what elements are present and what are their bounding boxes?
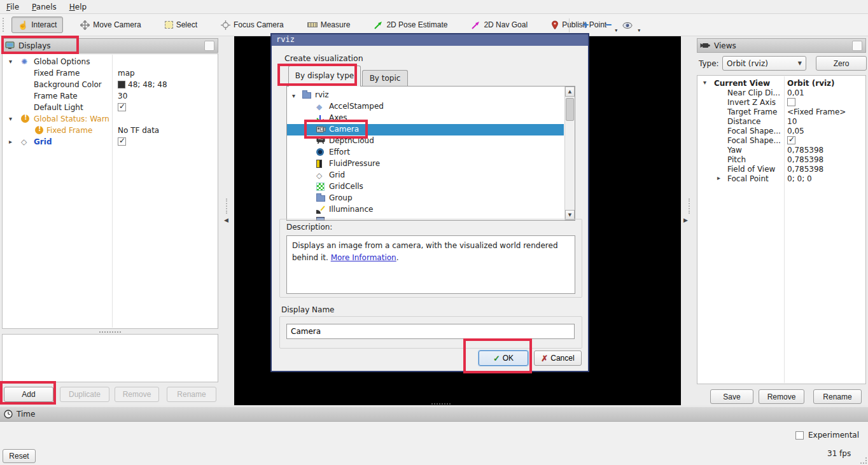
menu-panels[interactable]: Panels [25,1,63,13]
display-row-background-color[interactable]: Background Color 48; 48; 48 [3,79,217,90]
view-row-near-clip[interactable]: Near Clip Di... 0,01 [698,88,865,97]
expander-icon[interactable]: ▾ [703,79,706,86]
reset-button[interactable]: Reset [3,449,36,463]
rename-view-button[interactable]: Rename [813,389,862,404]
tool-focus-camera[interactable]: Focus Camera [214,17,290,33]
views-panel-title: Views [714,41,736,50]
resize-grip[interactable] [860,457,867,464]
tree-item-rviz[interactable]: ▾ rviz [287,90,564,101]
remove-view-button[interactable]: Remove [759,389,804,404]
menu-bar: File Panels Help [0,0,868,14]
tree-item-illuminance[interactable]: Illuminance [287,204,564,216]
view-type-combo[interactable]: Orbit (rviz) ▼ [722,56,806,71]
view-row-focal-point[interactable]: ▸ Focal Point 0; 0; 0 [698,174,865,183]
add-display-button[interactable]: Add [4,387,53,402]
panel-float-button[interactable] [852,41,862,51]
view-row-focal-shape-size[interactable]: Focal Shape... 0,05 [698,126,865,135]
cancel-button[interactable]: ✗Cancel [534,350,582,366]
rename-display-button[interactable]: Rename [167,387,216,402]
view-row-field-of-view[interactable]: Field of View 0,785398 [698,164,865,174]
expander-icon[interactable]: ▾ [292,92,295,99]
duplicate-display-button[interactable]: Duplicate [60,387,109,402]
tree-item-gridcells[interactable]: GridCells [287,181,564,193]
tool-2d-nav-goal[interactable]: 2D Nav Goal [465,17,534,33]
tree-item-axes[interactable]: Axes [287,113,564,124]
save-view-button[interactable]: Save [710,389,753,404]
view-row-invert-z[interactable]: Invert Z Axis [698,97,865,107]
dropdown-arrow-icon: ▾ [615,28,617,33]
collapse-right-icon[interactable]: ▶ [683,217,688,223]
tree-item-grid[interactable]: ◇ Grid [287,170,564,181]
view-type-label: Type: [699,59,719,68]
tool-interact[interactable]: ☝ Interact [11,17,63,33]
display-row-fixed-frame[interactable]: Fixed Frame map [3,67,217,79]
tree-item-accelstamped[interactable]: ◆ AccelStamped [287,101,564,113]
tree-item-group[interactable]: Group [287,193,564,204]
scrollbar-thumb[interactable] [566,98,574,121]
ruler-icon [307,22,318,27]
checkbox-checked[interactable] [118,137,126,146]
checkbox-checked[interactable] [787,136,795,144]
view-row-yaw[interactable]: Yaw 0,785398 [698,145,865,155]
remove-display-button[interactable]: Remove [115,387,159,402]
more-information-link[interactable]: More Information [331,253,396,262]
view-row-pitch[interactable]: Pitch 0,785398 [698,155,865,164]
add-tool-button[interactable]: + [576,17,595,34]
tool-select[interactable]: Select [158,17,204,33]
time-panel-header[interactable]: Time [0,407,868,422]
scroll-up-icon[interactable]: ▲ [565,87,575,97]
view-row-focal-shape-fixed[interactable]: Focal Shape... [698,135,865,145]
expander-icon[interactable]: ▾ [9,115,12,122]
panel-float-button[interactable] [204,41,214,51]
display-row-status-fixed-frame[interactable]: Fixed Frame No TF data [3,125,217,136]
display-row-default-light[interactable]: Default Light [3,102,217,113]
remove-tool-button[interactable]: −▾ [599,17,618,34]
fluidpressure-icon [316,160,322,168]
views-panel-header[interactable]: Views [697,38,866,53]
experimental-label: Experimental [808,431,859,440]
view-row-current-view[interactable]: ▾ Current View Orbit (rviz) [698,78,865,88]
expander-icon[interactable]: ▸ [717,174,720,181]
displays-panel-header[interactable]: Displays [2,38,218,53]
view-row-distance[interactable]: Distance 10 [698,116,865,126]
cancel-x-icon: ✗ [541,354,548,363]
panel-splitter[interactable] [99,331,121,333]
display-name-input[interactable] [286,324,575,339]
expander-icon[interactable]: ▸ [9,138,12,145]
experimental-checkbox[interactable] [795,431,804,440]
ok-button[interactable]: ✓OK [479,350,528,366]
toolbar-drag-handle[interactable] [3,18,8,32]
folder-icon [302,92,311,99]
menu-file[interactable]: File [0,1,25,13]
tree-scrollbar[interactable]: ▲ ▼ [564,87,575,220]
dialog-title-bar[interactable]: rviz [272,34,588,46]
clock-icon [4,410,13,419]
tree-item-effort[interactable]: Effort [287,147,564,158]
zero-button[interactable]: Zero [816,56,867,71]
tab-by-display-type[interactable]: By display type [288,66,361,87]
display-row-grid[interactable]: ▸ ◇ Grid [3,136,217,148]
tool-2d-pose-estimate[interactable]: 2D Pose Estimate [367,17,454,33]
description-label: Description: [286,223,332,232]
views-tree: ▾ Current View Orbit (rviz) Near Clip Di… [697,75,866,384]
checkbox-unchecked[interactable] [787,98,795,106]
tab-by-topic[interactable]: By topic [362,70,408,87]
tree-item-fluidpressure[interactable]: FluidPressure [287,158,564,170]
display-row-global-status[interactable]: ▾ Global Status: Warn [3,113,217,125]
tool-measure[interactable]: Measure [301,17,357,33]
display-row-frame-rate[interactable]: Frame Rate 30 [3,90,217,102]
viewport-splitter[interactable] [431,403,451,405]
strip-handle[interactable] [226,198,227,214]
display-row-global-options[interactable]: ▾ ✺ Global Options [3,56,217,67]
strip-handle[interactable] [689,198,690,214]
collapse-left-icon[interactable]: ◀ [224,217,228,223]
tree-item-depthcloud[interactable]: DepthCloud [287,135,564,147]
menu-help[interactable]: Help [63,1,93,13]
tree-item-camera[interactable]: Camera [287,124,564,135]
checkbox-checked[interactable] [118,103,126,111]
expander-icon[interactable]: ▾ [9,58,12,65]
tool-move-camera[interactable]: Move Camera [74,17,147,33]
diamond-icon: ◆ [316,102,322,111]
view-row-target-frame[interactable]: Target Frame <Fixed Frame> [698,107,865,116]
tool-visibility-button[interactable]: ▾ [622,17,641,34]
